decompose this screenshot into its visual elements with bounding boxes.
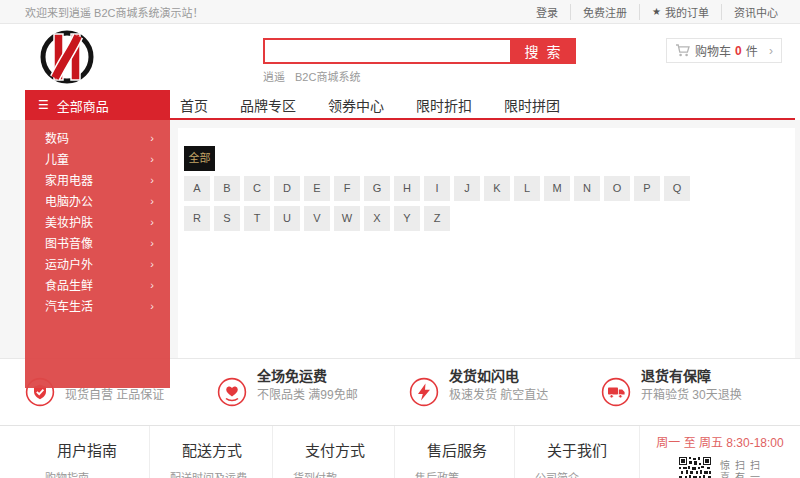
- hot-word-link[interactable]: B2C商城系统: [295, 68, 360, 84]
- category-menu: 数码 儿童 家用电器 电脑办公 美妆护肤 图书音像 运动户外 食品生鲜 汽车生活: [25, 120, 170, 388]
- nav-link[interactable]: 领券中心: [328, 95, 384, 115]
- footer-column: 关于我们 公司简介: [515, 426, 640, 478]
- letter-box[interactable]: X: [364, 206, 390, 231]
- menu-icon: ☰: [38, 99, 49, 111]
- all-categories-button[interactable]: ☰ 全部商品: [25, 90, 170, 120]
- footer-link[interactable]: 配送时间及运费: [150, 469, 272, 478]
- register-link[interactable]: 免费注册: [571, 4, 640, 20]
- letter-box[interactable]: M: [544, 176, 570, 201]
- nav-link[interactable]: 限时拼团: [504, 95, 560, 115]
- letter-box[interactable]: N: [574, 176, 600, 201]
- letter-box[interactable]: Q: [664, 176, 690, 201]
- letter-box[interactable]: Z: [424, 206, 450, 231]
- letter-box[interactable]: W: [334, 206, 360, 231]
- news-center-link[interactable]: 资讯中心: [722, 4, 778, 20]
- truck-icon: [601, 377, 631, 407]
- letter-box[interactable]: V: [304, 206, 330, 231]
- qr-caption: 扫一扫有惊喜: [717, 457, 762, 478]
- nav-link[interactable]: 首页: [180, 95, 208, 115]
- chevron-right-icon: [769, 44, 773, 58]
- letter-box[interactable]: L: [514, 176, 540, 201]
- letter-all-selected[interactable]: 全部: [184, 146, 215, 171]
- letter-row-2: RSTUVWXYZ: [184, 206, 795, 231]
- footer-link[interactable]: 售后政策: [395, 469, 514, 478]
- letter-box[interactable]: R: [184, 206, 210, 231]
- feature-subtitle: 现货自营 正品保证: [65, 387, 164, 403]
- all-categories-label: 全部商品: [57, 96, 109, 115]
- cart-unit: 件: [746, 42, 758, 59]
- feature-free-shipping: 全场免运费 不限品类 满99免邮: [217, 359, 409, 425]
- letter-box[interactable]: P: [634, 176, 660, 201]
- search-input[interactable]: [265, 40, 510, 62]
- heart-hands-icon: [217, 377, 247, 407]
- chevron-right-icon: [150, 132, 154, 144]
- footer-column-title: 售后服务: [395, 439, 514, 460]
- category-item[interactable]: 运动户外: [25, 253, 170, 274]
- category-item[interactable]: 图书音像: [25, 232, 170, 253]
- category-item[interactable]: 电脑办公: [25, 190, 170, 211]
- topbar-links: 登录 免费注册 ★我的订单 资讯中心: [524, 4, 778, 20]
- category-label: 儿童: [45, 150, 69, 167]
- category-item[interactable]: 数码: [25, 127, 170, 148]
- site-logo[interactable]: [25, 28, 109, 86]
- feature-title: 退货有保障: [641, 367, 742, 385]
- welcome-text: 欢迎来到逍遥 B2C商城系统演示站！: [25, 4, 203, 20]
- letter-box[interactable]: C: [244, 176, 270, 201]
- letter-box[interactable]: H: [394, 176, 420, 201]
- hot-word-link[interactable]: 逍遥: [263, 68, 285, 84]
- qr-block: 扫一扫有惊喜: [640, 457, 800, 478]
- letter-box[interactable]: U: [274, 206, 300, 231]
- cart-button[interactable]: 购物车 0 件: [666, 38, 782, 63]
- footer-column: 售后服务 售后政策: [395, 426, 515, 478]
- nav-link[interactable]: 限时折扣: [416, 95, 472, 115]
- feature-subtitle: 不限品类 满99免邮: [257, 387, 358, 403]
- footer-column-title: 配送方式: [150, 439, 272, 460]
- cart-label: 购物车: [695, 42, 731, 59]
- logo-icon: [25, 28, 109, 86]
- letter-box[interactable]: A: [184, 176, 210, 201]
- footer-column-title: 支付方式: [273, 439, 394, 460]
- my-orders-link[interactable]: ★我的订单: [640, 4, 722, 20]
- letter-box[interactable]: I: [424, 176, 450, 201]
- footer-columns: 用户指南 购物指南 配送方式 配送时间及运费 支付方式 货到付款 售后服务 售后…: [25, 426, 640, 478]
- category-label: 食品生鲜: [45, 276, 93, 293]
- category-label: 美妆护肤: [45, 213, 93, 230]
- footer-link[interactable]: 货到付款: [273, 469, 394, 478]
- footer-link[interactable]: 公司简介: [515, 469, 639, 478]
- login-link[interactable]: 登录: [524, 4, 571, 20]
- brand-letter-panel: 全部 ABCDEFGHIJKLMNOPQ RSTUVWXYZ: [178, 128, 795, 358]
- chevron-right-icon: [150, 153, 154, 165]
- footer-link[interactable]: 购物指南: [25, 469, 149, 478]
- letter-box[interactable]: T: [244, 206, 270, 231]
- letter-box[interactable]: F: [334, 176, 360, 201]
- search-button[interactable]: 搜索: [510, 38, 575, 64]
- feature-title: 发货如闪电: [449, 367, 548, 385]
- nav-link[interactable]: 品牌专区: [240, 95, 296, 115]
- chevron-right-icon: [150, 258, 154, 270]
- letter-box[interactable]: G: [364, 176, 390, 201]
- category-item[interactable]: 食品生鲜: [25, 274, 170, 295]
- category-label: 运动户外: [45, 255, 93, 272]
- letter-box[interactable]: J: [454, 176, 480, 201]
- chevron-right-icon: [150, 216, 154, 228]
- category-item[interactable]: 美妆护肤: [25, 211, 170, 232]
- letter-box[interactable]: K: [484, 176, 510, 201]
- letter-box[interactable]: B: [214, 176, 240, 201]
- footer-column: 配送方式 配送时间及运费: [150, 426, 273, 478]
- letter-box[interactable]: E: [304, 176, 330, 201]
- letter-box[interactable]: O: [604, 176, 630, 201]
- main-nav: ☰ 全部商品 首页品牌专区领券中心限时折扣限时拼团: [0, 90, 800, 120]
- letter-box[interactable]: S: [214, 206, 240, 231]
- search-box: 搜索: [263, 38, 576, 64]
- letter-box[interactable]: Y: [394, 206, 420, 231]
- category-item[interactable]: 家用电器: [25, 169, 170, 190]
- feature-title: 全场免运费: [257, 367, 358, 385]
- category-label: 电脑办公: [45, 192, 93, 209]
- category-item[interactable]: 儿童: [25, 148, 170, 169]
- category-item[interactable]: 汽车生活: [25, 295, 170, 316]
- lightning-icon: [409, 377, 439, 407]
- letter-box[interactable]: D: [274, 176, 300, 201]
- star-icon: ★: [652, 6, 661, 17]
- footer-column-title: 用户指南: [25, 439, 149, 460]
- my-orders-label: 我的订单: [665, 4, 709, 20]
